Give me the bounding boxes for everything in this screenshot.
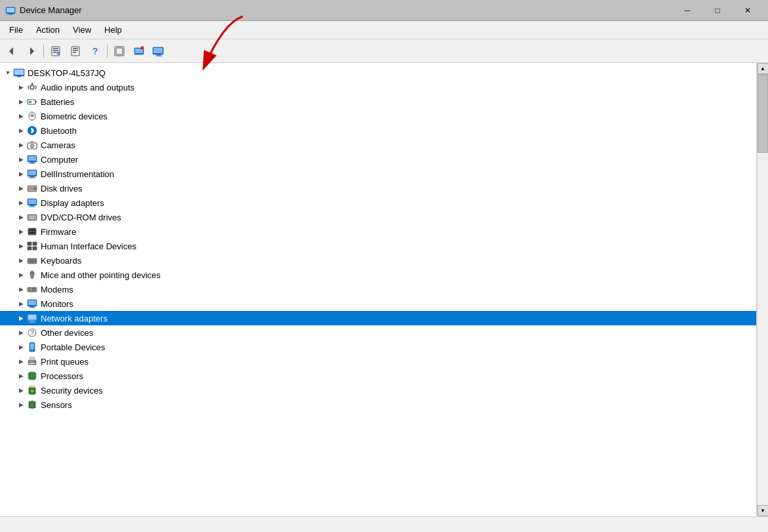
computer-expand-icon[interactable]: ▶ (16, 154, 26, 165)
tree-item-sensors[interactable]: ▶ Sensors (0, 398, 756, 412)
svg-rect-55 (28, 199, 36, 204)
portable-expand-icon[interactable]: ▶ (16, 342, 26, 352)
hid-icon (26, 240, 38, 252)
window-controls: ─ □ ✕ (672, 0, 763, 21)
batteries-expand-icon[interactable]: ▶ (16, 96, 26, 107)
tree-item-network[interactable]: ▶ Network adapters (0, 311, 756, 325)
menu-view[interactable]: View (66, 22, 98, 37)
other-expand-icon[interactable]: ▶ (16, 327, 26, 338)
dvd-expand-icon[interactable]: ▶ (16, 212, 26, 222)
mice-expand-icon[interactable]: ▶ (16, 270, 26, 280)
dell-label: DellInstrumentation (41, 169, 114, 179)
forward-button[interactable] (22, 42, 41, 60)
modems-expand-icon[interactable]: ▶ (16, 284, 26, 295)
svg-rect-9 (53, 52, 56, 53)
tree-panel[interactable]: ▼ DESKTOP-4L537JQ ▶ (0, 63, 757, 516)
svg-rect-100 (30, 357, 35, 360)
help-button[interactable]: ? (86, 42, 104, 60)
audio-expand-icon[interactable]: ▶ (16, 82, 26, 92)
tree-item-security[interactable]: ▶ Security devices (0, 383, 756, 398)
network-expand-icon[interactable]: ▶ (16, 313, 26, 323)
cameras-icon (26, 139, 38, 151)
tree-item-disk[interactable]: ▶ Disk drives (0, 181, 756, 195)
monitors-expand-icon[interactable]: ▶ (16, 298, 26, 309)
bluetooth-expand-icon[interactable]: ▶ (16, 125, 26, 136)
tree-item-bluetooth[interactable]: ▶ Bluetooth (0, 123, 756, 138)
uninstall-button[interactable] (130, 42, 148, 60)
dell-icon (26, 168, 38, 180)
tree-item-dvd[interactable]: ▶ DVD/CD-ROM drives (0, 210, 756, 224)
svg-rect-66 (28, 242, 31, 245)
tree-item-audio[interactable]: ▶ Audio inputs and outputs (0, 80, 756, 94)
scrollbar-down-button[interactable]: ▼ (758, 505, 769, 516)
svg-point-40 (31, 146, 33, 147)
disable-button[interactable] (110, 42, 129, 60)
tree-item-computer[interactable]: ▶ Computer (0, 152, 756, 167)
back-button[interactable] (3, 42, 21, 60)
close-button[interactable]: ✕ (733, 0, 763, 21)
svg-point-61 (31, 217, 33, 218)
properties-button[interactable]: i (47, 42, 65, 60)
print-expand-icon[interactable]: ▶ (16, 356, 26, 367)
tree-item-batteries[interactable]: ▶ Batteries (0, 94, 756, 109)
security-expand-icon[interactable]: ▶ (16, 385, 26, 396)
menu-action[interactable]: Action (30, 22, 66, 37)
tree-item-cameras[interactable]: ▶ Cameras (0, 138, 756, 152)
root-expand-icon[interactable]: ▼ (3, 68, 13, 78)
other-icon: ? (26, 327, 38, 338)
update-driver-button[interactable] (66, 42, 85, 60)
svg-rect-1 (7, 8, 14, 12)
sensors-expand-icon[interactable]: ▶ (16, 399, 26, 410)
tree-root[interactable]: ▼ DESKTOP-4L537JQ (0, 66, 756, 80)
maximize-button[interactable]: □ (702, 0, 733, 21)
main-area: ▼ DESKTOP-4L537JQ ▶ (0, 63, 768, 516)
dell-expand-icon[interactable]: ▶ (16, 169, 26, 179)
svg-rect-56 (30, 205, 34, 207)
keyboards-expand-icon[interactable]: ▶ (16, 255, 26, 266)
display-expand-icon[interactable]: ▶ (16, 197, 26, 208)
svg-rect-24 (157, 54, 161, 56)
tree-item-mice[interactable]: ▶ Mice and other pointing devices (0, 268, 756, 282)
firmware-expand-icon[interactable]: ▶ (16, 226, 26, 237)
svg-rect-13 (73, 48, 78, 49)
tree-item-keyboards[interactable]: ▶ Keyboards (0, 253, 756, 268)
disk-expand-icon[interactable]: ▶ (16, 183, 26, 194)
batteries-label: Batteries (41, 97, 74, 107)
root-label: DESKTOP-4L537JQ (28, 68, 106, 78)
tree-item-biometric[interactable]: ▶ Biometric devices (0, 109, 756, 123)
tree-item-portable[interactable]: ▶ Portable Devices (0, 340, 756, 354)
audio-label: Audio inputs and outputs (41, 83, 134, 92)
tree-item-processors[interactable]: ▶ Proces (0, 369, 756, 383)
scan-hardware-button[interactable] (150, 42, 168, 60)
tree-item-hid[interactable]: ▶ Human Interface Devices (0, 239, 756, 253)
tree-item-other[interactable]: ▶ ? Other devices (0, 325, 756, 340)
menu-help[interactable]: Help (98, 22, 129, 37)
biometric-expand-icon[interactable]: ▶ (16, 111, 26, 121)
svg-point-82 (29, 289, 30, 291)
tree-item-monitors[interactable]: ▶ Monitors (0, 297, 756, 311)
vertical-scrollbar[interactable]: ▲ ▼ (757, 63, 768, 516)
svg-rect-84 (32, 289, 35, 289)
tree-item-firmware[interactable]: ▶ Firmware (0, 224, 756, 239)
tree-item-dell[interactable]: ▶ DellInstrumentation (0, 167, 756, 181)
svg-rect-2 (9, 14, 12, 15)
scrollbar-track-area[interactable] (758, 74, 768, 505)
root-computer-icon (13, 67, 25, 79)
menu-file[interactable]: File (3, 22, 30, 37)
svg-rect-15 (73, 52, 76, 53)
tree-item-modems[interactable]: ▶ Modems (0, 282, 756, 297)
hid-expand-icon[interactable]: ▶ (16, 241, 26, 251)
processors-expand-icon[interactable]: ▶ (16, 371, 26, 381)
cameras-expand-icon[interactable]: ▶ (16, 140, 26, 150)
security-label: Security devices (41, 386, 103, 396)
svg-rect-67 (33, 242, 37, 245)
svg-rect-93 (29, 322, 35, 323)
batteries-icon (26, 96, 38, 108)
tree-item-display[interactable]: ▶ Display adapters (0, 195, 756, 210)
scrollbar-thumb[interactable] (758, 74, 768, 153)
svg-rect-57 (29, 207, 35, 207)
tree-item-print[interactable]: ▶ Print queues (0, 354, 756, 369)
minimize-button[interactable]: ─ (672, 0, 702, 21)
scrollbar-up-button[interactable]: ▲ (758, 63, 769, 74)
title-bar: Device Manager ─ □ ✕ (0, 0, 768, 21)
